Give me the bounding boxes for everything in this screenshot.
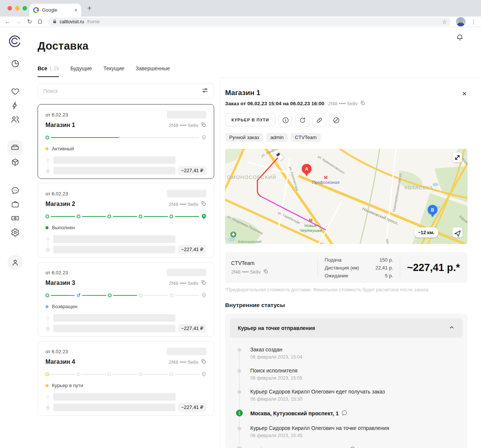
back-icon[interactable]: ← xyxy=(5,19,11,25)
order-card-2[interactable]: от 6.02.23 Магазин 2 2f48 •••• 5e8v Выпо… xyxy=(38,183,214,258)
copy-icon[interactable] xyxy=(201,201,206,207)
refresh-button[interactable] xyxy=(295,113,309,127)
sidebar-item-orders[interactable] xyxy=(8,154,23,170)
tag-manual-order: Ручной заказ xyxy=(225,133,263,142)
sidebar-item-work[interactable] xyxy=(8,197,23,212)
tab-strip: Google × + xyxy=(0,0,481,17)
sidebar-item-chats[interactable] xyxy=(8,183,23,198)
home-icon[interactable] xyxy=(37,18,43,25)
courier-status-button[interactable]: КУРЬЕР В ПУТИ xyxy=(225,113,275,126)
order-name: Магазин 4 xyxy=(45,359,75,365)
metro-label-cheremushki: Черёмушки xyxy=(300,228,322,233)
window-controls[interactable] xyxy=(8,6,27,11)
order-name: Магазин 1 xyxy=(45,122,75,129)
pie-chart-icon xyxy=(11,59,20,68)
map-locate-button[interactable] xyxy=(452,227,463,238)
sidebar-item-delivery[interactable] xyxy=(8,140,23,155)
search-input[interactable] xyxy=(43,88,201,94)
comment-icon[interactable] xyxy=(341,410,348,417)
zoom-window-button[interactable] xyxy=(23,6,27,11)
link-button[interactable] xyxy=(312,113,326,127)
tab-close-icon[interactable]: × xyxy=(74,7,77,13)
url-bar[interactable]: calltovisit.ru/home ☆ xyxy=(48,18,451,26)
notifications-button[interactable] xyxy=(456,33,464,43)
internal-statuses-heading: Внутренние статусы xyxy=(225,302,467,309)
browser-menu-icon[interactable]: ⋮ xyxy=(471,18,476,25)
sidebar-item-analytics[interactable] xyxy=(8,56,23,71)
close-panel-icon[interactable]: × xyxy=(462,89,467,97)
search-box[interactable] xyxy=(38,83,214,99)
internal-statuses-panel: Курьер на точке отправления Заказ создан… xyxy=(225,313,467,448)
cancel-button[interactable] xyxy=(329,113,343,127)
route-start-icon xyxy=(47,395,49,398)
tab-current[interactable]: Текущие xyxy=(103,65,124,77)
order-status: Возвращен xyxy=(45,304,206,309)
map-expand-button[interactable] xyxy=(452,153,462,162)
close-window-button[interactable] xyxy=(8,6,12,11)
sidebar-item-settings[interactable] xyxy=(8,225,23,240)
route-end-pin-icon xyxy=(46,169,50,174)
sidebar-item-actions[interactable] xyxy=(8,98,23,113)
order-id: 2f48 •••• 5e8v xyxy=(169,123,198,128)
new-tab-button[interactable]: + xyxy=(87,5,92,12)
order-card-4[interactable]: от 6.02.23 Магазин 4 2f48 •••• 5e8v Курь… xyxy=(38,341,214,416)
tab-future[interactable]: Будущие xyxy=(70,65,92,77)
ban-icon xyxy=(333,117,340,124)
status-group-header[interactable]: Курьер на точке отправления xyxy=(230,318,463,338)
order-name: Магазин 3 xyxy=(45,280,75,286)
address-badge: 1 xyxy=(236,410,243,416)
sidebar-item-favorites[interactable] xyxy=(8,84,23,99)
lock-icon xyxy=(53,18,57,25)
browser-tab[interactable]: Google × xyxy=(29,4,81,17)
filter-icon[interactable] xyxy=(201,87,209,95)
order-date: от 6.02.23 xyxy=(45,270,68,275)
copy-icon[interactable] xyxy=(360,100,365,107)
car-icon xyxy=(11,143,20,152)
forward-icon[interactable]: → xyxy=(16,19,22,25)
sidebar-item-finance[interactable] xyxy=(8,210,23,226)
order-tabs: Все1.2k Будущие Текущие Завершенные xyxy=(38,65,170,77)
tab-all[interactable]: Все1.2k xyxy=(38,65,59,77)
comment-icon[interactable] xyxy=(349,446,356,448)
metro-icon: М xyxy=(324,175,327,180)
order-card-1[interactable]: от 6.02.23 Магазин 1 2f48 •••• 5e8v Акти… xyxy=(38,104,214,179)
minimize-window-button[interactable] xyxy=(15,6,20,11)
pricing-row: Дистанция (км)22,41 р. xyxy=(325,265,393,271)
order-progress xyxy=(45,371,206,378)
address-placeholder xyxy=(53,246,175,253)
copy-icon[interactable] xyxy=(201,280,206,286)
copy-icon[interactable] xyxy=(263,269,268,275)
bookmark-star-icon[interactable]: ☆ xyxy=(442,19,447,25)
copy-icon[interactable] xyxy=(201,122,206,129)
person-icon xyxy=(11,258,20,267)
order-status: Выполнен xyxy=(45,225,206,230)
status-dot xyxy=(45,305,48,308)
sidebar-item-clients[interactable] xyxy=(8,112,23,127)
chevron-up-icon[interactable] xyxy=(449,324,455,332)
briefcase-icon xyxy=(11,200,20,209)
app-logo[interactable] xyxy=(8,33,23,48)
sidebar-item-profile[interactable] xyxy=(8,255,23,270)
order-price: ~227,41 ₽ xyxy=(178,245,206,254)
pin-icon xyxy=(201,213,206,219)
district-label-left: ОМОНОСОВСКИЙ xyxy=(227,174,277,180)
url-host: calltovisit.ru xyxy=(59,19,84,24)
order-id: 2f48 •••• 5e8v xyxy=(169,359,198,365)
tab-completed[interactable]: Завершенные xyxy=(136,65,170,77)
copy-icon[interactable] xyxy=(201,359,206,365)
reload-icon[interactable]: ↻ xyxy=(27,19,32,25)
page-title: Доставка xyxy=(38,40,89,52)
route-map[interactable]: ОМОНОСОВСКИЙ КОТЛОВКА ул. Панфёрова ул. … xyxy=(225,149,467,244)
tab-all-count: 1.2k xyxy=(49,65,59,71)
url-path: /home xyxy=(87,19,100,24)
route-start-icon xyxy=(47,238,49,240)
district-label-right: КОТЛОВКА xyxy=(405,185,433,191)
profile-avatar[interactable] xyxy=(456,17,466,27)
order-card-3[interactable]: от 6.02.23 Магазин 3 2f48 •••• 5e8v ↺ Во… xyxy=(38,262,214,337)
chat-icon xyxy=(11,186,20,195)
orders-list: от 6.02.23 Магазин 1 2f48 •••• 5e8v Акти… xyxy=(38,83,214,420)
route-start-icon xyxy=(47,159,49,161)
svg-text:B: B xyxy=(431,207,434,213)
info-button[interactable] xyxy=(278,113,292,127)
pricing-total: ~227,41 р.* xyxy=(400,262,467,274)
